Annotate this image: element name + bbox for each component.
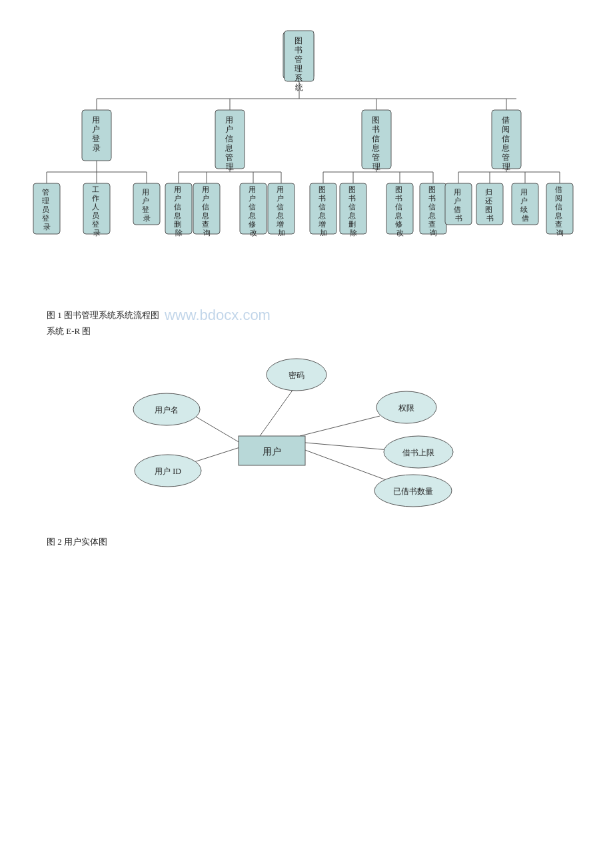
svg-text:管
      理
      员
      登
    : 管 理 员 登 录 <box>42 188 51 231</box>
svg-text:借
      阅
      信
      息
    : 借 阅 信 息 查 询 <box>554 185 564 237</box>
svg-text:图
      书
      信
      息
    : 图 书 信 息 管 理 <box>371 115 382 171</box>
svg-text:归
      还
      图
      书: 归 还 图 书 <box>485 188 494 222</box>
svg-text:借
      阅
      信
      息
    : 借 阅 信 息 管 理 <box>501 115 512 171</box>
fig1-caption: 图 1 图书管理系统系统流程图 <box>47 309 159 321</box>
svg-text:图
      书
      信
      息
    : 图 书 信 息 修 改 <box>394 185 404 237</box>
watermark: www.bdocx.com <box>165 307 271 324</box>
er-subtitle: 系统 E-R 图 <box>47 326 91 336</box>
svg-text:工
      作
      人
      员
    : 工 作 人 员 登 录 <box>91 185 101 237</box>
svg-text:已借书数量: 已借书数量 <box>393 487 433 496</box>
svg-text:用
      户
      信
      息
    : 用 户 信 息 管 理 <box>225 115 235 171</box>
svg-text:密码: 密码 <box>289 371 305 380</box>
svg-line-79 <box>303 449 390 481</box>
svg-text:用
      户
      信
      息
    : 用 户 信 息 查 询 <box>201 185 211 237</box>
svg-line-77 <box>300 416 380 436</box>
svg-text:用
      户
      借
      书: 用 户 借 书 <box>454 188 463 222</box>
svg-text:图
      书
      信
      息
    : 图 书 信 息 查 询 <box>428 185 438 237</box>
svg-line-74 <box>192 447 240 463</box>
tree-diagram: 图 书 管 理 图 书 管 理 系 统 用 户 登 录 <box>27 20 586 300</box>
er-diagram: 用户 用户 ID 用户名 密码 权限 借书上限 已借书数量 <box>93 344 520 531</box>
fig2-caption: 图 2 用户实体图 <box>47 537 107 547</box>
svg-text:权限: 权限 <box>398 403 414 413</box>
svg-line-76 <box>260 389 293 436</box>
svg-text:用
      户
      信
      息
    : 用 户 信 息 增 加 <box>276 185 286 237</box>
svg-text:借书上限: 借书上限 <box>402 448 434 457</box>
svg-text:用户: 用户 <box>263 447 281 457</box>
svg-line-75 <box>195 416 240 443</box>
svg-text:用户 ID: 用户 ID <box>155 467 181 476</box>
svg-text:用
      户
      续
      借: 用 户 续 借 <box>520 188 530 222</box>
svg-text:用
      户
      登
      录: 用 户 登 录 <box>92 115 102 153</box>
svg-line-78 <box>305 443 396 451</box>
svg-text:用
      户
      登
      录: 用 户 登 录 <box>142 188 151 222</box>
svg-text:用
      户
      信
      息
    : 用 户 信 息 修 改 <box>248 185 258 237</box>
svg-text:图
      书
      信
      息
    : 图 书 信 息 增 加 <box>318 185 328 237</box>
svg-text:图
      书
      信
      息
    : 图 书 信 息 删 除 <box>348 185 358 237</box>
svg-text:用
      户
      信
      息
    : 用 户 信 息 删 除 <box>173 185 183 237</box>
svg-text:用户名: 用户名 <box>155 405 179 415</box>
